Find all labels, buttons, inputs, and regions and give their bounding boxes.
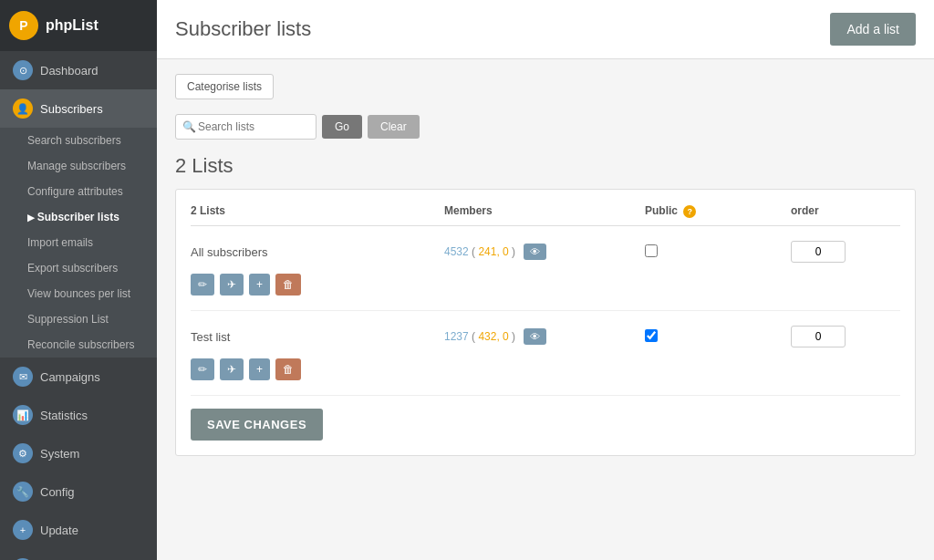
view-members-button-all-subscribers[interactable]: 👁	[524, 244, 546, 260]
table-row: Test list 1237 ( 432, 0 ) 👁	[191, 311, 900, 396]
edit-button-all-subscribers[interactable]: ✏	[191, 274, 214, 296]
add-list-button[interactable]: Add a list	[830, 13, 916, 46]
search-input-wrap: 🔍	[175, 114, 317, 140]
sidebar-item-config[interactable]: 🔧 Config	[0, 472, 157, 511]
sidebar-label-dashboard: Dashboard	[40, 64, 99, 78]
add-button-all-subscribers[interactable]: +	[249, 274, 270, 296]
sidebar-label-subscribers: Subscribers	[40, 102, 103, 116]
sidebar-item-dashboard[interactable]: ⊙ Dashboard	[0, 51, 157, 89]
members-main-all-subscribers: 4532	[444, 245, 469, 258]
public-cell-test-list	[645, 329, 791, 345]
subscribers-icon: 👤	[13, 99, 33, 119]
send-button-test-list[interactable]: ✈	[220, 358, 244, 380]
search-input[interactable]	[175, 114, 317, 140]
dashboard-icon: ⊙	[13, 60, 33, 80]
sidebar-label-update: Update	[40, 524, 78, 537]
col-order: order	[791, 204, 900, 218]
sidebar-item-export-subscribers[interactable]: Export subscribers	[0, 255, 157, 281]
public-checkbox-all-subscribers[interactable]	[645, 244, 658, 257]
sidebar-item-develop[interactable]: → Develop	[0, 549, 157, 560]
view-members-button-test-list[interactable]: 👁	[524, 328, 546, 345]
sidebar-item-search-subscribers[interactable]: Search subscribers	[0, 128, 157, 153]
edit-button-test-list[interactable]: ✏	[191, 358, 214, 380]
delete-button-all-subscribers[interactable]: 🗑	[275, 274, 301, 296]
order-cell-all-subscribers	[791, 241, 900, 263]
sidebar-label-campaigns: Campaigns	[40, 370, 100, 384]
add-button-test-list[interactable]: +	[249, 358, 270, 380]
page-title: Subscriber lists	[175, 17, 311, 41]
config-icon: 🔧	[13, 482, 33, 502]
sidebar-label-statistics: Statistics	[40, 409, 88, 422]
table-header: 2 Lists Members Public ? order	[191, 204, 900, 226]
members-main-test-list: 1237	[444, 330, 469, 343]
lists-table: 2 Lists Members Public ? order All subsc…	[175, 189, 916, 456]
sidebar-item-reconcile-subscribers[interactable]: Reconcile subscribers	[0, 332, 157, 358]
save-changes-button[interactable]: SAVE CHANGES	[191, 409, 323, 441]
list-row-main-test-list: Test list 1237 ( 432, 0 ) 👁	[191, 322, 900, 351]
list-name-all-subscribers: All subscribers	[191, 245, 444, 259]
main-content: Subscriber lists Add a list Categorise l…	[157, 0, 934, 560]
sidebar-item-import-emails[interactable]: Import emails	[0, 230, 157, 255]
sidebar-item-subscriber-lists[interactable]: Subscriber lists	[0, 204, 157, 230]
update-icon: +	[13, 520, 33, 540]
list-name-test-list: Test list	[191, 330, 444, 344]
search-row: 🔍 Go Clear	[175, 114, 916, 140]
table-row: All subscribers 4532 ( 241, 0 ) 👁	[191, 226, 900, 311]
logo-text: phpList	[46, 17, 99, 34]
delete-button-test-list[interactable]: 🗑	[275, 358, 301, 380]
order-input-test-list[interactable]	[791, 326, 846, 347]
logo-icon: P	[9, 11, 38, 40]
sidebar-item-system[interactable]: ⚙ System	[0, 434, 157, 472]
send-button-all-subscribers[interactable]: ✈	[220, 274, 244, 296]
campaigns-icon: ✉	[13, 367, 33, 387]
lists-count: 2 Lists	[175, 154, 916, 178]
go-button[interactable]: Go	[322, 115, 362, 139]
order-cell-test-list	[791, 326, 900, 347]
sidebar-item-update[interactable]: + Update	[0, 511, 157, 549]
col-members: Members	[444, 204, 645, 218]
sidebar-item-view-bounces[interactable]: View bounces per list	[0, 281, 157, 306]
sidebar-label-config: Config	[40, 485, 75, 499]
search-icon: 🔍	[182, 120, 196, 133]
content-area: Categorise lists 🔍 Go Clear 2 Lists 2 Li…	[157, 59, 934, 560]
subscribers-sub-nav: Search subscribers Manage subscribers Co…	[0, 128, 157, 358]
page-header: Subscriber lists Add a list	[157, 0, 934, 59]
col-public: Public ?	[645, 204, 791, 218]
sidebar-item-configure-attributes[interactable]: Configure attributes	[0, 179, 157, 204]
public-cell-all-subscribers	[645, 244, 791, 260]
sidebar-item-statistics[interactable]: 📊 Statistics	[0, 396, 157, 434]
members-extra-all-subscribers: 241, 0	[478, 245, 508, 258]
list-row-main-all-subscribers: All subscribers 4532 ( 241, 0 ) 👁	[191, 237, 900, 266]
public-checkbox-test-list[interactable]	[645, 329, 658, 342]
clear-button[interactable]: Clear	[368, 115, 420, 139]
sidebar-item-suppression-list[interactable]: Suppression List	[0, 306, 157, 332]
sidebar: P phpList ⊙ Dashboard 👤 Subscribers Sear…	[0, 0, 157, 560]
statistics-icon: 📊	[13, 405, 33, 425]
sidebar-item-subscribers[interactable]: 👤 Subscribers	[0, 89, 157, 128]
toolbar: Categorise lists	[175, 74, 916, 99]
categorise-lists-button[interactable]: Categorise lists	[175, 74, 274, 99]
sidebar-item-manage-subscribers[interactable]: Manage subscribers	[0, 153, 157, 179]
sidebar-label-system: System	[40, 447, 79, 461]
system-icon: ⚙	[13, 443, 33, 463]
order-input-all-subscribers[interactable]	[791, 241, 846, 263]
list-row-actions-test-list: ✏ ✈ + 🗑	[191, 351, 900, 384]
public-help-icon[interactable]: ?	[683, 205, 696, 218]
members-count-test-list: 1237 ( 432, 0 ) 👁	[444, 328, 645, 345]
members-count-all-subscribers: 4532 ( 241, 0 ) 👁	[444, 244, 645, 260]
members-extra-test-list: 432, 0	[478, 330, 508, 343]
sidebar-item-campaigns[interactable]: ✉ Campaigns	[0, 358, 157, 396]
logo-area[interactable]: P phpList	[0, 0, 157, 51]
list-row-actions-all-subscribers: ✏ ✈ + 🗑	[191, 266, 900, 299]
col-name: 2 Lists	[191, 204, 444, 218]
